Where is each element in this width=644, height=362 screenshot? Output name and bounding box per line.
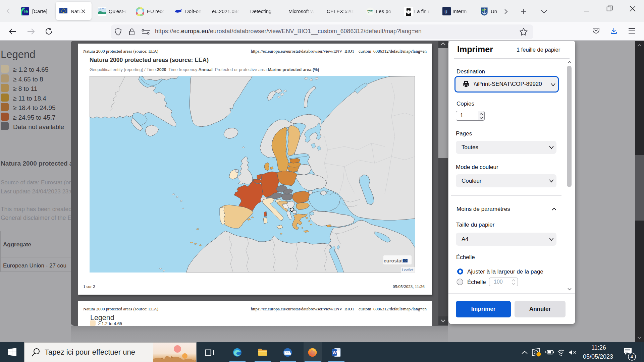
svg-text:4: 4 bbox=[631, 354, 633, 359]
svg-text:u: u bbox=[444, 9, 447, 14]
svg-text:W: W bbox=[333, 350, 337, 355]
svg-text:FRB: FRB bbox=[367, 9, 373, 12]
svg-text:re: re bbox=[23, 9, 28, 14]
